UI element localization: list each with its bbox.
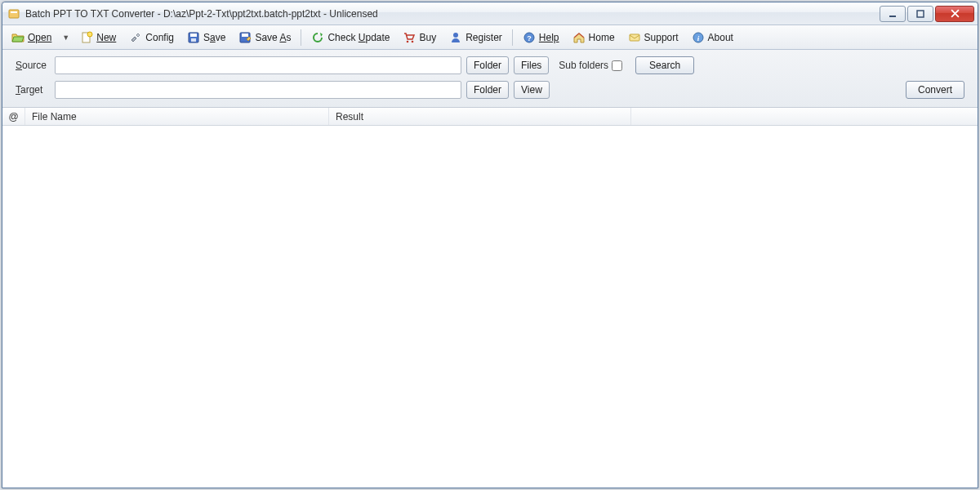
new-label: New: [96, 32, 116, 43]
window-controls: [880, 6, 974, 22]
target-row: Target Folder View Convert: [16, 81, 964, 99]
search-button[interactable]: Search: [635, 56, 694, 74]
save-icon: [187, 31, 200, 44]
svg-point-11: [407, 40, 409, 42]
toolbar: Open ▼ New Config Save Save As: [2, 25, 978, 50]
target-view-button[interactable]: View: [514, 81, 550, 99]
home-button[interactable]: Home: [567, 28, 621, 47]
support-button[interactable]: Support: [622, 28, 684, 47]
svg-rect-0: [9, 10, 19, 18]
app-icon: [7, 7, 20, 20]
window-title: Batch PPT TO TXT Converter - D:\az\Ppt-2…: [25, 8, 880, 20]
col-header-empty[interactable]: [631, 108, 978, 125]
table-header: @ File Name Result: [2, 108, 978, 126]
sub-folders-control: Sub folders: [559, 60, 622, 71]
help-icon: ?: [523, 31, 536, 44]
target-input[interactable]: [55, 81, 461, 99]
target-label: Target: [16, 84, 50, 96]
support-label: Support: [644, 32, 679, 43]
config-button[interactable]: Config: [123, 28, 180, 47]
svg-rect-2: [889, 16, 896, 17]
check-update-button[interactable]: Check Update: [305, 28, 395, 47]
help-button[interactable]: ? Help: [517, 28, 565, 47]
new-file-icon: [80, 31, 93, 44]
io-panel: Source Folder Files Sub folders Search T…: [2, 50, 978, 108]
svg-point-13: [453, 33, 458, 38]
app-window: Batch PPT TO TXT Converter - D:\az\Ppt-2…: [2, 2, 978, 488]
open-button[interactable]: Open: [6, 28, 57, 47]
about-button[interactable]: i About: [686, 28, 739, 47]
refresh-icon: [311, 31, 324, 44]
svg-rect-16: [630, 34, 639, 41]
svg-rect-1: [11, 11, 17, 13]
save-button[interactable]: Save: [181, 28, 231, 47]
svg-text:?: ?: [527, 34, 532, 42]
toolbar-separator: [301, 29, 301, 46]
source-row: Source Folder Files Sub folders Search: [16, 56, 964, 74]
svg-rect-3: [917, 11, 924, 17]
sub-folders-checkbox[interactable]: [612, 60, 622, 71]
open-label: Open: [28, 32, 51, 43]
register-label: Register: [466, 32, 502, 43]
source-input[interactable]: [55, 56, 461, 74]
svg-rect-7: [190, 33, 197, 37]
info-icon: i: [692, 31, 705, 44]
home-icon: [572, 31, 586, 44]
source-label: Source: [16, 60, 50, 71]
convert-button[interactable]: Convert: [906, 81, 964, 99]
cart-icon: [403, 31, 416, 44]
folder-open-icon: [11, 31, 24, 44]
about-label: About: [708, 32, 733, 43]
minimize-button[interactable]: [880, 6, 906, 22]
svg-point-5: [87, 32, 92, 37]
user-icon: [449, 31, 462, 44]
col-header-at[interactable]: @: [2, 108, 25, 125]
open-dropdown-arrow[interactable]: ▼: [59, 31, 73, 44]
home-label: Home: [589, 32, 615, 43]
save-as-label: Save As: [255, 32, 291, 43]
save-label: Save: [203, 32, 225, 43]
save-as-button[interactable]: Save As: [233, 28, 296, 47]
help-label: Help: [539, 32, 559, 43]
register-button[interactable]: Register: [443, 28, 508, 47]
col-header-file[interactable]: File Name: [25, 108, 329, 125]
buy-label: Buy: [419, 32, 436, 43]
toolbar-separator: [512, 29, 513, 46]
new-button[interactable]: New: [74, 28, 122, 47]
svg-rect-10: [242, 33, 248, 37]
col-header-result[interactable]: Result: [329, 108, 631, 125]
support-icon: [628, 31, 641, 44]
source-folder-button[interactable]: Folder: [466, 56, 509, 74]
save-as-icon: [238, 31, 252, 44]
maximize-button[interactable]: [907, 6, 933, 22]
config-label: Config: [145, 32, 174, 43]
sub-folders-label: Sub folders: [559, 60, 608, 71]
svg-rect-8: [191, 38, 196, 42]
table-body[interactable]: [2, 126, 978, 488]
target-folder-button[interactable]: Folder: [466, 81, 509, 99]
titlebar: Batch PPT TO TXT Converter - D:\az\Ppt-2…: [2, 2, 978, 25]
close-button[interactable]: [935, 6, 974, 22]
config-icon: [129, 31, 142, 44]
buy-button[interactable]: Buy: [397, 28, 442, 47]
check-update-label: Check Update: [327, 32, 390, 43]
source-files-button[interactable]: Files: [514, 56, 549, 74]
svg-point-12: [412, 40, 414, 42]
